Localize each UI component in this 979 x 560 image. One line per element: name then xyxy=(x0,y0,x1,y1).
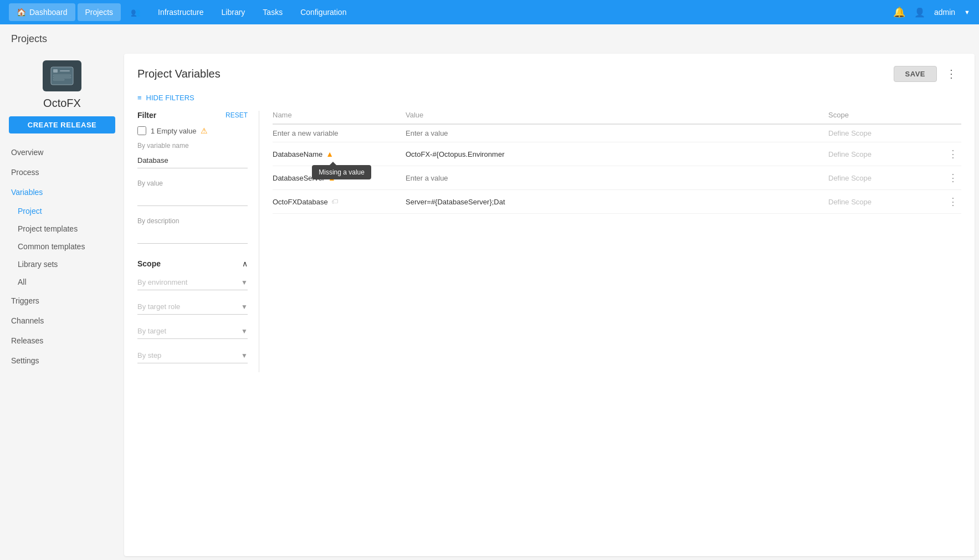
scope-title: Scope xyxy=(137,259,161,268)
row-name-octofxdatabase: OctoFXDatabase 🏷 xyxy=(273,198,406,206)
by-target-role-label: By target role xyxy=(137,302,180,311)
svg-rect-5 xyxy=(53,79,64,80)
svg-rect-1 xyxy=(53,69,58,73)
sidebar-item-channels[interactable]: Channels xyxy=(0,311,124,331)
empty-value-warning-icon: ⚠ xyxy=(201,126,208,135)
svg-rect-2 xyxy=(60,70,70,71)
new-variable-value-cell xyxy=(406,129,828,137)
environment-dropdown-arrow: ▼ xyxy=(241,279,248,286)
header-actions: SAVE ⋮ xyxy=(894,65,961,83)
empty-value-filter-row: 1 Empty value ⚠ xyxy=(137,126,248,135)
scope-header[interactable]: Scope ∧ xyxy=(137,259,248,268)
row-actions-databasename: ⋮ xyxy=(939,147,961,161)
project-name: OctoFX xyxy=(43,97,81,110)
row-menu-button[interactable]: ⋮ xyxy=(945,171,961,185)
by-target-dropdown[interactable]: By target ▼ xyxy=(137,323,248,339)
sidebar-item-library-sets[interactable]: Library sets xyxy=(0,255,124,273)
filter-icon: ≡ xyxy=(137,94,142,102)
project-logo-area: OctoFX CREATE RELEASE xyxy=(0,55,124,142)
databaseserver-value-input[interactable] xyxy=(406,174,828,182)
column-header-value: Value xyxy=(406,111,828,119)
content-area: Project Variables SAVE ⋮ ≡ HIDE FILTERS … xyxy=(124,54,975,556)
row-value-databasename[interactable] xyxy=(406,150,828,158)
sidebar-item-variables[interactable]: Variables xyxy=(0,182,124,202)
sidebar-item-common-templates[interactable]: Common templates xyxy=(0,238,124,255)
nav-library[interactable]: Library xyxy=(214,3,253,21)
sidebar-item-settings[interactable]: Settings xyxy=(0,351,124,371)
hide-filters-bar[interactable]: ≡ HIDE FILTERS xyxy=(137,94,961,102)
nav-projects[interactable]: Projects xyxy=(78,3,121,21)
table-header: Name Value Scope xyxy=(273,111,961,125)
save-button[interactable]: SAVE xyxy=(894,66,937,82)
row-menu-button[interactable]: ⋮ xyxy=(945,147,961,161)
user-dropdown-icon[interactable]: ▼ xyxy=(964,9,970,16)
create-release-button[interactable]: CREATE RELEASE xyxy=(9,116,115,133)
row-scope-databaseserver: Define Scope xyxy=(828,174,939,182)
nav-people[interactable]: 👥 xyxy=(123,3,148,21)
column-header-actions xyxy=(939,111,961,119)
nav-configuration[interactable]: Configuration xyxy=(293,3,354,21)
row-name-databaseserver: DatabaseServer ▲ xyxy=(273,173,406,182)
by-step-dropdown[interactable]: By step ▼ xyxy=(137,348,248,363)
nav-tasks[interactable]: Tasks xyxy=(255,3,290,21)
nav-infrastructure[interactable]: Infrastructure xyxy=(150,3,211,21)
by-environment-label: By environment xyxy=(137,278,187,286)
projects-label: Projects xyxy=(85,8,114,17)
row-value-octofxdatabase[interactable] xyxy=(406,198,828,206)
databasename-value-input[interactable] xyxy=(406,150,828,158)
nav-dashboard[interactable]: 🏠 Dashboard xyxy=(9,3,75,21)
sidebar-item-project-templates[interactable]: Project templates xyxy=(0,220,124,238)
project-icon xyxy=(43,60,81,91)
by-value-input[interactable] xyxy=(137,191,248,206)
row-scope-databasename: Define Scope xyxy=(828,150,939,158)
table-row: OctoFXDatabase 🏷 Define Scope ⋮ xyxy=(273,190,961,214)
by-description-input[interactable] xyxy=(137,228,248,244)
filter-header: Filter RESET xyxy=(137,111,248,120)
more-options-button[interactable]: ⋮ xyxy=(941,65,961,83)
sidebar-item-process[interactable]: Process xyxy=(0,162,124,182)
row-menu-button[interactable]: ⋮ xyxy=(945,194,961,209)
by-step-label: By step xyxy=(137,351,161,359)
table-row: DatabaseName ▲ Missing a value Define Sc… xyxy=(273,142,961,166)
by-variable-name-label: By variable name xyxy=(137,142,248,150)
svg-rect-4 xyxy=(53,77,71,78)
new-variable-name-input[interactable] xyxy=(273,129,406,137)
top-navigation: 🏠 Dashboard Projects 👥 Infrastructure Li… xyxy=(0,0,979,24)
user-avatar[interactable]: 👤 xyxy=(914,7,925,18)
row-name-databasename: DatabaseName ▲ Missing a value xyxy=(273,150,406,158)
dashboard-icon: 🏠 xyxy=(17,8,26,17)
target-dropdown-arrow: ▼ xyxy=(241,327,248,335)
sidebar-item-releases[interactable]: Releases xyxy=(0,331,124,351)
octofxdatabase-value-input[interactable] xyxy=(406,198,828,206)
sidebar-item-triggers[interactable]: Triggers xyxy=(0,291,124,311)
sidebar: OctoFX CREATE RELEASE Overview Process V… xyxy=(0,49,124,560)
scope-collapse-icon: ∧ xyxy=(242,259,248,268)
target-role-dropdown-arrow: ▼ xyxy=(241,303,248,311)
hide-filters-label: HIDE FILTERS xyxy=(146,94,194,102)
row-value-databaseserver[interactable] xyxy=(406,174,828,182)
content-header: Project Variables SAVE ⋮ xyxy=(137,65,961,83)
row-actions-databaseserver: ⋮ xyxy=(939,171,961,185)
empty-value-label: 1 Empty value xyxy=(151,127,196,135)
variables-layout: Filter RESET 1 Empty value ⚠ By variable… xyxy=(137,111,961,372)
filter-panel: Filter RESET 1 Empty value ⚠ By variable… xyxy=(137,111,259,372)
breadcrumb: Projects xyxy=(0,24,979,49)
empty-value-checkbox[interactable] xyxy=(137,126,146,135)
variable-name-input[interactable] xyxy=(137,153,248,168)
sidebar-item-overview[interactable]: Overview xyxy=(0,142,124,162)
new-variable-value-input[interactable] xyxy=(406,129,828,137)
by-target-role-dropdown[interactable]: By target role ▼ xyxy=(137,299,248,315)
table-row: DatabaseServer ▲ Define Scope ⋮ xyxy=(273,166,961,190)
reset-button[interactable]: RESET xyxy=(225,111,248,119)
by-value-label: By value xyxy=(137,179,248,187)
row-actions-octofxdatabase: ⋮ xyxy=(939,194,961,209)
missing-value-warning-icon: ▲ xyxy=(326,150,334,158)
notification-bell-icon[interactable]: 🔔 xyxy=(893,6,905,18)
by-environment-dropdown[interactable]: By environment ▼ xyxy=(137,275,248,290)
sidebar-item-all[interactable]: All xyxy=(0,273,124,291)
people-icon: 👥 xyxy=(131,8,140,17)
variable-link-icon: 🏷 xyxy=(331,198,338,205)
by-description-label: By description xyxy=(137,217,248,225)
sidebar-item-project[interactable]: Project xyxy=(0,202,124,220)
databaseserver-warning-icon: ▲ xyxy=(328,173,336,182)
